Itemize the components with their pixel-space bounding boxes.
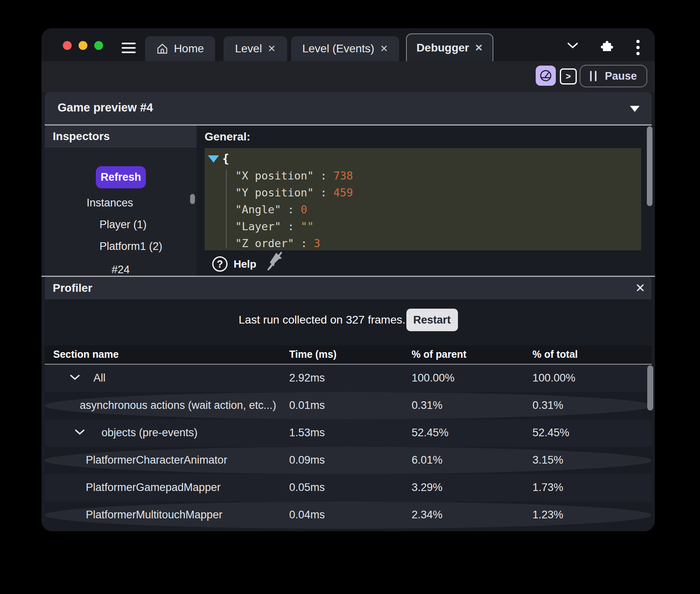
console-button[interactable]: >: [560, 68, 577, 85]
tab-label: Level (Events): [302, 42, 374, 55]
close-profiler-icon[interactable]: ✕: [635, 281, 645, 295]
home-icon: [156, 43, 168, 55]
tree-item-24[interactable]: #24: [112, 264, 130, 276]
json-line-layer: "Layer" : "": [235, 218, 314, 235]
tab-debugger-active[interactable]: Debugger ✕: [406, 33, 493, 61]
debugger-toolbar: > Pause: [41, 61, 655, 92]
tab-label: Level: [235, 42, 262, 55]
minimize-window-button[interactable]: [79, 41, 87, 50]
profiler-status-text: Last run collected on 327 frames.: [238, 314, 405, 326]
close-tab-icon[interactable]: ✕: [380, 43, 388, 54]
table-row-gamepad-mapper: PlatformerGamepadMapper 0.05ms 3.29% 1.7…: [45, 474, 652, 501]
help-question-icon[interactable]: ?: [212, 256, 228, 272]
tree-item-instances[interactable]: Instances: [87, 197, 133, 209]
chevron-down-icon[interactable]: [75, 429, 85, 435]
chevron-down-icon[interactable]: [567, 42, 578, 49]
collapse-json-triangle-icon[interactable]: [208, 155, 219, 163]
table-row-async-actions: asynchronous actions (wait action, etc..…: [45, 392, 652, 419]
profiler-title: Profiler: [53, 282, 92, 295]
general-scrollbar[interactable]: [647, 126, 652, 206]
tab-label: Home: [174, 42, 204, 55]
table-row-objects-pre-events[interactable]: objects (pre-events) 1.53ms 52.45% 52.45…: [45, 419, 652, 447]
json-line-x-position: "X position" : 738: [235, 167, 353, 184]
close-tab-icon[interactable]: ✕: [267, 43, 275, 54]
unpin-icon[interactable]: [266, 251, 285, 274]
tab-label: Debugger: [416, 41, 469, 54]
indent-guide: [226, 170, 227, 248]
close-tab-icon[interactable]: ✕: [475, 42, 483, 54]
general-panel: General: { "X position" : 738 "Y positio…: [197, 126, 652, 277]
json-inspector: { "X position" : 738 "Y position" : 459 …: [205, 148, 641, 250]
table-row-all[interactable]: All 2.92ms 100.00% 100.00%: [45, 365, 652, 392]
maximize-window-button[interactable]: [94, 41, 103, 50]
refresh-button[interactable]: Refresh: [96, 166, 146, 188]
pause-label: Pause: [605, 70, 637, 82]
table-header: Section name Time (ms) % of parent % of …: [45, 345, 652, 364]
debugger-window: Home Level ✕ Level (Events) ✕ Debugger ✕: [41, 28, 655, 531]
title-bar: Home Level ✕ Level (Events) ✕ Debugger ✕: [41, 28, 655, 61]
console-glyph: >: [566, 71, 571, 82]
profiler-scrollbar[interactable]: [647, 365, 653, 410]
json-open-brace: {: [222, 152, 229, 165]
profiler-toggle-button[interactable]: [536, 66, 556, 86]
inspectors-title: Inspectors: [53, 130, 110, 143]
collapse-triangle-icon[interactable]: [630, 106, 640, 112]
chevron-down-icon[interactable]: [70, 374, 80, 380]
table-row-character-animator: PlatformerCharacterAnimator 0.09ms 6.01%…: [45, 447, 652, 474]
json-line-z-order: "Z order" : 3: [235, 235, 320, 252]
tree-item-player[interactable]: Player (1): [99, 219, 147, 231]
inspectors-scrollbar[interactable]: [190, 194, 195, 204]
profiler-header: Profiler ✕: [45, 277, 652, 299]
json-line-angle: "Angle" : 0: [235, 201, 307, 218]
tree-item-platform1[interactable]: Platform1 (2): [99, 240, 162, 253]
inspectors-header: Inspectors: [45, 126, 197, 147]
column-percent-total: % of total: [532, 349, 578, 360]
general-title: General:: [205, 130, 251, 143]
table-row-multitouch-mapper: PlatformerMultitouchMapper 0.04ms 2.34% …: [45, 501, 652, 529]
help-button[interactable]: Help: [234, 258, 256, 270]
tab-level[interactable]: Level ✕: [224, 36, 287, 61]
close-window-button[interactable]: [63, 41, 72, 50]
game-preview-title: Game preview #4: [58, 101, 153, 114]
main-menu-icon[interactable]: [122, 43, 136, 54]
inspectors-body: Refresh Instances Player (1) Platform1 (…: [45, 148, 197, 277]
extensions-puzzle-icon[interactable]: [599, 38, 614, 53]
column-time: Time (ms): [289, 349, 337, 360]
json-line-y-position: "Y position" : 459: [235, 184, 353, 201]
more-options-kebab-icon[interactable]: [636, 40, 640, 58]
tab-home[interactable]: Home: [145, 36, 215, 61]
tab-level-events[interactable]: Level (Events) ✕: [291, 36, 399, 61]
column-percent-parent: % of parent: [412, 349, 466, 360]
game-preview-header[interactable]: Game preview #4: [45, 92, 652, 126]
pause-button[interactable]: Pause: [580, 65, 647, 87]
restart-button[interactable]: Restart: [406, 309, 458, 331]
column-section-name: Section name: [53, 349, 119, 360]
profiler-status-row: Last run collected on 327 frames. Restar…: [45, 309, 652, 331]
inspectors-panel: Inspectors Refresh Instances Player (1) …: [45, 126, 197, 277]
gauge-icon: [539, 69, 552, 82]
pause-icon: [590, 71, 596, 81]
profiler-panel: Profiler ✕ Last run collected on 327 fra…: [45, 277, 652, 531]
